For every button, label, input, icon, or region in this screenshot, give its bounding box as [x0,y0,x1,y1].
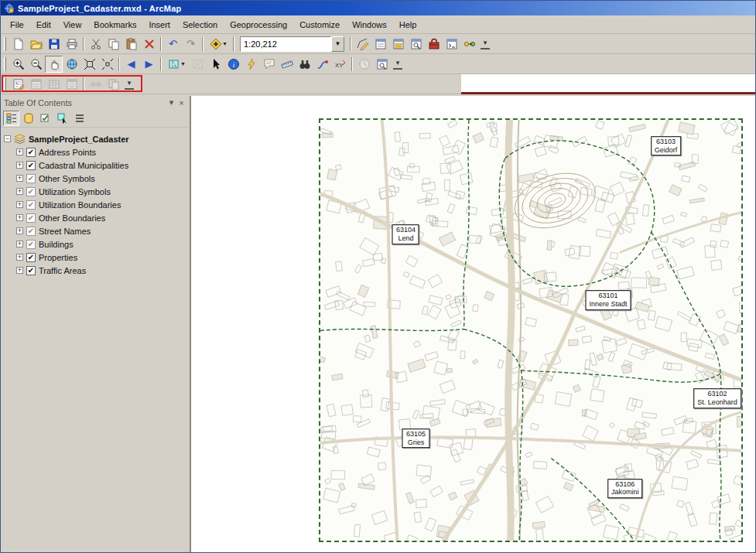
layer-label[interactable]: Other Boundaries [39,213,105,223]
layer-row-other-symbols[interactable]: + ✔ Other Symbols [4,172,188,185]
toolbar-grip[interactable] [4,37,6,51]
tool-window-button-1[interactable] [27,76,45,93]
create-viewer-window-button[interactable] [373,56,391,73]
add-data-dropdown-icon[interactable]: ▾ [223,40,226,47]
toolbar-overflow-chevron[interactable]: ▾ [393,58,402,70]
scale-dropdown-button[interactable]: ▼ [331,36,344,52]
title-bar[interactable]: SampleProject_Cadaster.mxd - ArcMap [1,1,755,15]
expand-icon[interactable]: + [16,254,23,261]
expand-icon[interactable]: + [16,175,23,182]
menu-selection[interactable]: Selection [176,18,224,32]
layer-checkbox[interactable]: ✔ [26,253,36,262]
map-data-frame[interactable]: 63103 Geidorf 63104 Lend 63101 Innere St… [319,118,743,542]
layer-row-cadastral-municipalities[interactable]: + ✔ Cadastral Municipalities [4,159,188,172]
expand-icon[interactable]: + [16,241,23,247]
tool-window-button-2[interactable] [63,76,80,93]
root-label[interactable]: SampleProject_Cadaster [29,135,129,144]
paste-button[interactable] [122,36,140,53]
select-features-button[interactable]: ▾ [164,56,189,73]
menu-geoprocessing[interactable]: Geoprocessing [224,18,293,32]
toc-header[interactable]: Table Of Contents ▾ × [1,96,190,109]
table-of-contents-button[interactable] [371,36,389,53]
select-elements-button[interactable] [207,56,224,73]
catalog-window-button[interactable] [389,36,407,53]
python-window-button[interactable] [443,36,460,53]
undo-button[interactable]: ↶ [164,36,182,53]
go-to-xy-button[interactable]: XY [331,56,349,73]
modelbuilder-button[interactable] [460,36,478,53]
expand-icon[interactable]: + [16,148,23,155]
layer-row-properties[interactable]: + ✔ Properties [4,251,188,264]
layer-row-traffic-areas[interactable]: + ✔ Traffic Areas [4,264,188,277]
layer-label[interactable]: Buildings [39,240,74,249]
arctoolbox-button[interactable] [425,36,443,53]
list-by-visibility-button[interactable] [37,111,53,126]
layer-label[interactable]: Street Names [39,227,91,236]
open-button[interactable] [27,36,45,53]
toolbar-grip[interactable] [4,57,6,71]
layer-row-buildings[interactable]: + ✔ Buildings [4,237,188,251]
new-document-button[interactable] [9,36,27,53]
time-slider-button[interactable] [355,56,373,73]
collapse-icon[interactable]: − [4,135,11,142]
toc-pin-icon[interactable]: ▾ [166,97,176,108]
layer-checkbox[interactable]: ✔ [26,174,36,183]
tool-table-button[interactable] [45,76,63,93]
menu-help[interactable]: Help [393,18,423,32]
find-route-button[interactable] [313,56,331,73]
zoom-out-button[interactable] [27,56,45,73]
clear-selection-button[interactable] [189,56,207,73]
toolbar-grip[interactable] [4,77,6,91]
print-button[interactable] [63,36,80,53]
menu-insert[interactable]: Insert [142,18,176,32]
layer-label[interactable]: Address Points [39,148,96,157]
layer-row-other-boundaries[interactable]: + ✔ Other Boundaries [4,211,188,224]
fixed-zoom-in-button[interactable] [80,56,98,73]
layer-label[interactable]: Other Symbols [39,174,95,183]
layer-label[interactable]: Cadastral Municipalities [39,161,128,170]
menu-edit[interactable]: Edit [30,18,57,32]
find-button[interactable] [296,56,313,73]
layer-checkbox[interactable]: ✔ [26,161,36,170]
menu-bookmarks[interactable]: Bookmarks [87,18,142,32]
html-popup-button[interactable] [260,56,278,73]
toolbar-overflow-chevron[interactable]: ▾ [481,38,490,49]
expand-icon[interactable]: + [16,214,23,221]
list-by-source-button[interactable] [20,111,36,126]
layer-label[interactable]: Traffic Areas [39,266,86,275]
select-features-dropdown-icon[interactable]: ▾ [181,60,184,67]
redo-button[interactable]: ↷ [182,36,200,53]
map-canvas[interactable]: 63103 Geidorf 63104 Lend 63101 Innere St… [191,96,755,552]
copy-button[interactable] [104,36,122,53]
toc-options-button[interactable] [71,111,87,126]
layer-checkbox[interactable]: ✔ [26,187,36,196]
layer-row-address-points[interactable]: + ✔ Address Points [4,145,188,159]
menu-windows[interactable]: Windows [346,18,393,32]
toolbar-overflow-chevron[interactable]: ▾ [125,78,134,90]
scale-input[interactable] [240,36,331,52]
layer-row-utilization-boundaries[interactable]: + ✔ Utilization Boundaries [4,198,188,211]
full-extent-button[interactable] [63,56,80,73]
search-window-button[interactable] [407,36,425,53]
layer-checkbox[interactable]: ✔ [26,200,36,210]
hyperlink-button[interactable] [242,56,260,73]
expand-icon[interactable]: + [16,188,23,195]
save-button[interactable] [45,36,63,53]
edit-features-button[interactable] [9,76,27,93]
expand-icon[interactable]: + [16,162,23,169]
menu-file[interactable]: File [4,18,30,32]
go-forward-extent-button[interactable]: ▶ [140,56,158,73]
toc-close-icon[interactable]: × [176,97,186,108]
layer-checkbox[interactable]: ✔ [26,213,36,223]
identify-button[interactable]: i [224,56,242,73]
map-document-root[interactable]: − SampleProject_Cadaster [4,132,188,145]
cut-button[interactable] [87,36,104,53]
list-by-drawing-order-button[interactable] [3,111,19,126]
fixed-zoom-out-button[interactable] [98,56,116,73]
layer-label[interactable]: Properties [39,253,77,262]
layer-label[interactable]: Utilization Symbols [39,187,111,196]
expand-icon[interactable]: + [16,227,23,234]
layer-checkbox[interactable]: ✔ [26,240,36,249]
delete-button[interactable] [140,36,158,53]
layer-row-utilization-symbols[interactable]: + ✔ Utilization Symbols [4,185,188,198]
